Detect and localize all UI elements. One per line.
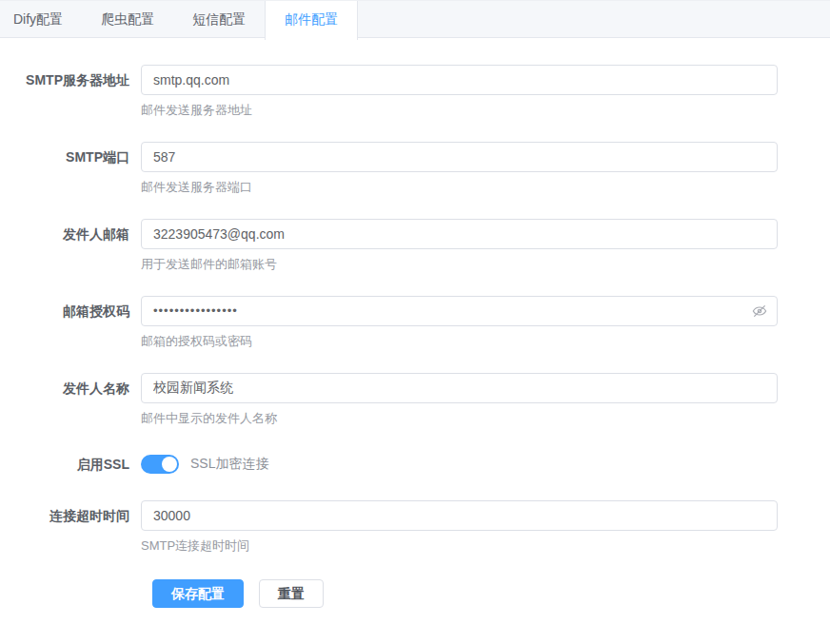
save-config-button[interactable]: 保存配置 [152, 579, 244, 608]
tab-crawler-config[interactable]: 爬虫配置 [82, 1, 173, 39]
auth-code-label: 邮箱授权码 [0, 296, 141, 350]
smtp-host-input[interactable] [141, 65, 778, 95]
form-item-smtp-port: SMTP端口 邮件发送服务器端口 [0, 142, 778, 196]
smtp-port-input[interactable] [141, 142, 778, 172]
smtp-host-help: 邮件发送服务器地址 [141, 103, 778, 119]
timeout-label: 连接超时时间 [0, 500, 141, 555]
sender-email-label: 发件人邮箱 [0, 219, 141, 273]
smtp-port-label: SMTP端口 [0, 142, 141, 196]
smtp-host-label: SMTP服务器地址 [0, 65, 141, 119]
sender-name-help: 邮件中显示的发件人名称 [141, 411, 778, 427]
form-item-timeout: 连接超时时间 SMTP连接超时时间 [0, 500, 778, 555]
auth-code-input[interactable] [141, 296, 778, 326]
timeout-input[interactable] [141, 500, 778, 531]
email-config-page: Dify配置 爬虫配置 短信配置 邮件配置 SMTP服务器地址 邮件发送服务器地… [0, 0, 830, 644]
sender-name-input[interactable] [141, 373, 778, 403]
form-actions: 保存配置 重置 [0, 577, 778, 608]
config-tabbar: Dify配置 爬虫配置 短信配置 邮件配置 [0, 0, 830, 38]
auth-code-help: 邮箱的授权码或密码 [141, 334, 778, 350]
tab-dify-config[interactable]: Dify配置 [0, 1, 82, 39]
ssl-toggle[interactable] [141, 455, 179, 474]
email-config-form: SMTP服务器地址 邮件发送服务器地址 SMTP端口 邮件发送服务器端口 发件人… [0, 38, 830, 608]
form-item-smtp-host: SMTP服务器地址 邮件发送服务器地址 [0, 65, 778, 119]
sender-email-help: 用于发送邮件的邮箱账号 [141, 257, 778, 273]
sender-name-label: 发件人名称 [0, 373, 141, 427]
smtp-port-help: 邮件发送服务器端口 [141, 180, 778, 196]
form-item-ssl: 启用SSL SSL加密连接 [0, 449, 778, 479]
ssl-toggle-knob [162, 457, 177, 472]
form-item-sender-name: 发件人名称 邮件中显示的发件人名称 [0, 373, 778, 427]
ssl-toggle-text: SSL加密连接 [190, 456, 268, 473]
tab-email-config[interactable]: 邮件配置 [265, 1, 358, 40]
eye-hidden-icon[interactable] [751, 302, 768, 320]
sender-email-input[interactable] [141, 219, 778, 249]
form-item-auth-code: 邮箱授权码 邮箱的授权码或密码 [0, 296, 778, 350]
timeout-help: SMTP连接超时时间 [141, 538, 778, 555]
tab-sms-config[interactable]: 短信配置 [173, 1, 265, 39]
reset-button[interactable]: 重置 [259, 579, 324, 608]
ssl-label: 启用SSL [0, 449, 141, 479]
form-item-sender-email: 发件人邮箱 用于发送邮件的邮箱账号 [0, 219, 778, 273]
